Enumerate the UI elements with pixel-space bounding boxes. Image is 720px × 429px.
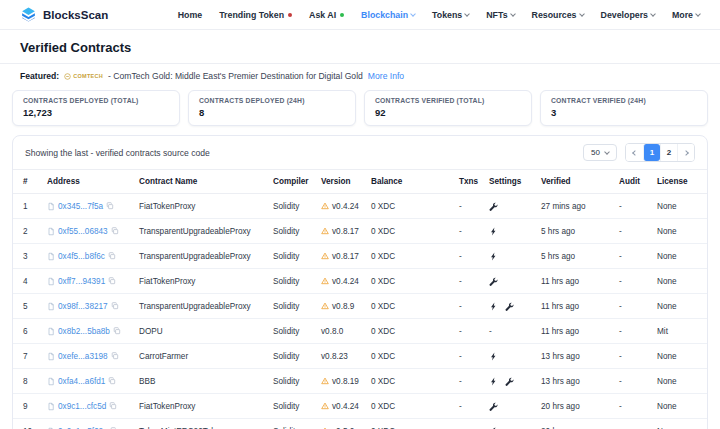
- copy-address-icon[interactable]: [108, 377, 116, 385]
- chevron-down-icon: [410, 11, 416, 17]
- nav-item-blockchain[interactable]: Blockchain: [361, 10, 415, 20]
- address-link[interactable]: 0xf55...06843: [58, 227, 108, 236]
- bolt-icon[interactable]: [489, 302, 498, 311]
- copy-address-icon[interactable]: [111, 227, 119, 235]
- settings-icons: [485, 219, 537, 244]
- copy-address-icon[interactable]: [109, 402, 117, 410]
- wrench-icon[interactable]: [489, 402, 498, 411]
- settings-icons: [485, 369, 537, 394]
- audit: -: [615, 369, 653, 394]
- contract-name: DOPU: [135, 319, 269, 344]
- address-link[interactable]: 0x4f5...b8f6c: [58, 252, 105, 261]
- nav-item-more[interactable]: More: [672, 10, 700, 20]
- brand-name: BlocksScan: [43, 9, 108, 21]
- column-header-verified: Verified: [537, 170, 615, 194]
- contract-file-icon: [47, 252, 55, 261]
- row-number: 9: [13, 394, 43, 419]
- address-link[interactable]: 0x345...7f5a: [58, 202, 103, 211]
- contract-file-icon: [47, 227, 55, 236]
- nav-item-home[interactable]: Home: [178, 10, 202, 20]
- address-cell: 0x9c1...cfc5d: [47, 402, 131, 411]
- prev-page-button[interactable]: [626, 144, 643, 161]
- version: v0.8.17: [332, 227, 359, 236]
- copy-address-icon[interactable]: [108, 252, 116, 260]
- compiler: Solidity: [269, 269, 317, 294]
- chevron-down-icon: [604, 149, 610, 155]
- txns: -: [455, 219, 485, 244]
- next-page-button[interactable]: [677, 144, 694, 161]
- verified-contracts-panel: Showing the last - verified contracts so…: [12, 135, 708, 429]
- nav-item-tokens[interactable]: Tokens: [432, 10, 469, 20]
- contracts-table: #AddressContract NameCompilerVersionBala…: [13, 169, 707, 429]
- row-number: 10: [13, 419, 43, 429]
- copy-address-icon[interactable]: [111, 352, 119, 360]
- wrench-icon[interactable]: [489, 202, 498, 211]
- brand-logo[interactable]: BlocksScan: [20, 6, 108, 23]
- wrench-icon[interactable]: [505, 302, 514, 311]
- version-cell: v0.8.19: [317, 369, 367, 394]
- license: None: [653, 194, 707, 219]
- verified-time: 13 hrs ago: [537, 369, 615, 394]
- wrench-icon[interactable]: [505, 377, 514, 386]
- license: None: [653, 344, 707, 369]
- balance: 0 XDC: [367, 219, 455, 244]
- license: None: [653, 369, 707, 394]
- table-row: 7 0xefe...a3198 CarrotFarmer Solidity v0…: [13, 344, 707, 369]
- nav-item-trending-token[interactable]: Trending Token: [219, 10, 292, 20]
- copy-address-icon[interactable]: [106, 202, 114, 210]
- chevron-down-icon: [464, 11, 470, 17]
- bolt-icon[interactable]: [489, 377, 498, 386]
- stat-label: CONTRACTS DEPLOYED (24H): [199, 97, 345, 104]
- showing-text: Showing the last - verified contracts so…: [25, 148, 210, 158]
- contract-name: CarrotFarmer: [135, 344, 269, 369]
- column-header-num: #: [13, 170, 43, 194]
- address-cell: 0xfa4...a6fd1: [47, 377, 131, 386]
- column-header-license: License: [653, 170, 707, 194]
- table-header-row: #AddressContract NameCompilerVersionBala…: [13, 170, 707, 194]
- nav-item-resources[interactable]: Resources: [532, 10, 584, 20]
- main-nav: Home Trending Token Ask AI Blockchain To…: [178, 10, 700, 20]
- balance: 0 XDC: [367, 394, 455, 419]
- audit: -: [615, 194, 653, 219]
- compiler: Solidity: [269, 244, 317, 269]
- copy-address-icon[interactable]: [111, 302, 119, 310]
- address-link[interactable]: 0xefe...a3198: [58, 352, 108, 361]
- address-link[interactable]: 0xfa4...a6fd1: [58, 377, 105, 386]
- balance: 0 XDC: [367, 344, 455, 369]
- bolt-icon[interactable]: [489, 252, 498, 261]
- balance: 0 XDC: [367, 319, 455, 344]
- bolt-icon[interactable]: [489, 352, 498, 361]
- nav-item-label: Blockchain: [361, 10, 408, 20]
- nav-item-label: Developers: [601, 10, 648, 20]
- verified-time: 11 hrs ago: [537, 269, 615, 294]
- nav-item-nfts[interactable]: NFTs: [486, 10, 514, 20]
- contract-file-icon: [47, 377, 55, 386]
- copy-address-icon[interactable]: [113, 327, 121, 335]
- bolt-icon[interactable]: [489, 227, 498, 236]
- contract-file-icon: [47, 277, 55, 286]
- wrench-icon[interactable]: [489, 277, 498, 286]
- nav-item-developers[interactable]: Developers: [601, 10, 655, 20]
- compiler: Solidity: [269, 394, 317, 419]
- warning-icon: [321, 277, 329, 285]
- copy-address-icon[interactable]: [108, 277, 116, 285]
- compiler: Solidity: [269, 219, 317, 244]
- table-row: 4 0xff7...94391 FiatTokenProxy Solidity …: [13, 269, 707, 294]
- stat-label: CONTRACTS VERIFIED (TOTAL): [375, 97, 521, 104]
- txns: -: [455, 369, 485, 394]
- page-size-select[interactable]: 50: [583, 144, 617, 161]
- row-number: 3: [13, 244, 43, 269]
- version: v0.8.19: [332, 377, 359, 386]
- contract-name: TransparentUpgradeableProxy: [135, 244, 269, 269]
- sponsor-logo[interactable]: COMTECH: [64, 73, 103, 80]
- coin-icon: [64, 73, 71, 80]
- address-cell: 0xff7...94391: [47, 277, 131, 286]
- address-link[interactable]: 0x9c1...cfc5d: [58, 402, 106, 411]
- page-button-2[interactable]: 2: [660, 144, 677, 161]
- address-link[interactable]: 0xff7...94391: [58, 277, 105, 286]
- nav-item-ask-ai[interactable]: Ask AI: [309, 10, 344, 20]
- page-button-1[interactable]: 1: [643, 144, 660, 161]
- address-link[interactable]: 0x8b2...5ba8b: [58, 327, 110, 336]
- more-info-link[interactable]: More Info: [368, 71, 404, 81]
- address-link[interactable]: 0x98f...38217: [58, 302, 108, 311]
